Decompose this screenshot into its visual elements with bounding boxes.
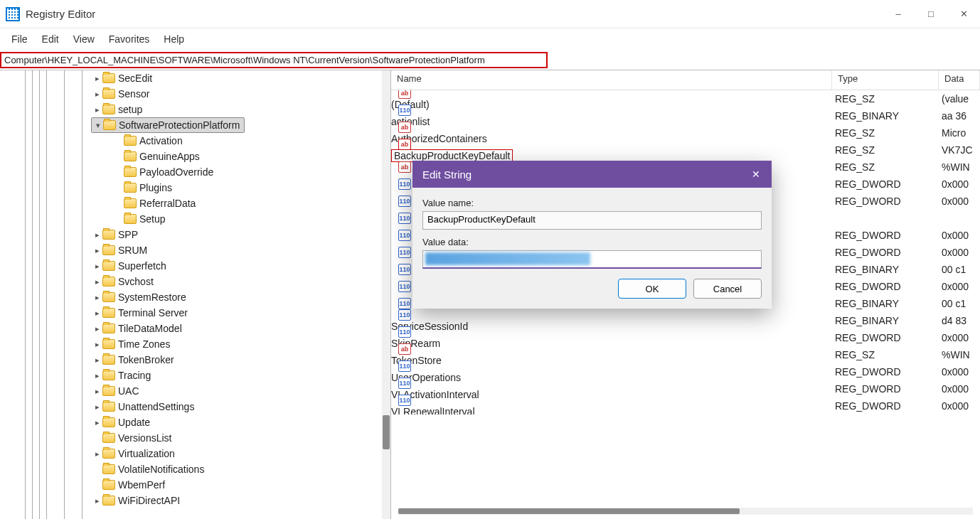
list-h-scrollbar[interactable] xyxy=(398,508,973,515)
value-data: 0x000 xyxy=(936,400,980,412)
menu-favorites[interactable]: Favorites xyxy=(103,31,156,48)
tree-label: WiFiDirectAPI xyxy=(118,495,180,506)
caret-icon[interactable]: ▸ xyxy=(92,230,102,240)
value-type: REG_SZ xyxy=(829,161,936,173)
caret-icon[interactable]: ▸ xyxy=(92,387,102,396)
tree-label: UAC xyxy=(118,385,139,397)
tree-label: WbemPerf xyxy=(118,479,165,491)
folder-icon xyxy=(124,183,137,193)
caret-icon[interactable]: ▾ xyxy=(93,121,103,130)
edit-string-dialog: Edit String ✕ Value name: BackupProductK… xyxy=(412,161,772,309)
caret-icon[interactable]: ▸ xyxy=(92,449,102,459)
folder-icon xyxy=(124,167,137,177)
tree-item[interactable]: ▾SoftwareProtectionPlatform xyxy=(91,117,245,133)
menu-bar: File Edit View Favorites Help xyxy=(0,28,980,50)
column-type[interactable]: Type xyxy=(832,70,939,90)
tree-label: Tracing xyxy=(118,370,151,381)
column-name[interactable]: Name xyxy=(391,70,832,90)
caret-icon[interactable]: ▸ xyxy=(92,496,102,505)
caret-icon[interactable]: ▸ xyxy=(92,262,102,271)
value-type: REG_SZ xyxy=(829,127,936,139)
caret-icon[interactable]: ▸ xyxy=(92,293,102,302)
tree-pane: ▸SecEdit▸Sensor▸setup▾SoftwareProtection… xyxy=(0,70,391,519)
cancel-button[interactable]: Cancel xyxy=(693,279,762,299)
caret-icon[interactable]: ▸ xyxy=(92,246,102,255)
dialog-title-bar[interactable]: Edit String ✕ xyxy=(412,161,772,188)
value-type: REG_BINARY xyxy=(829,315,936,326)
value-type: REG_BINARY xyxy=(829,264,936,275)
folder-icon xyxy=(102,386,115,396)
caret-icon[interactable]: ▸ xyxy=(92,340,102,349)
folder-icon xyxy=(102,73,115,83)
folder-icon xyxy=(102,245,115,255)
menu-view[interactable]: View xyxy=(68,31,100,48)
value-data: d4 83 xyxy=(936,315,980,326)
folder-icon xyxy=(102,496,115,505)
caret-icon[interactable]: ▸ xyxy=(92,371,102,380)
tree-label: Terminal Server xyxy=(118,307,188,319)
caret-icon[interactable]: ▸ xyxy=(92,355,102,365)
binary-value-icon: 110 xyxy=(398,395,411,406)
value-type: REG_BINARY xyxy=(829,298,936,309)
value-data: 0x000 xyxy=(936,281,980,292)
string-value-icon: ab xyxy=(398,343,411,355)
binary-value-icon: 110 xyxy=(398,178,411,190)
maximize-button[interactable]: □ xyxy=(915,0,947,28)
folder-icon xyxy=(102,370,115,380)
value-name-field[interactable]: BackupProductKeyDefault xyxy=(422,211,762,230)
value-type: REG_DWORD xyxy=(829,332,936,343)
caret-icon[interactable]: ▸ xyxy=(92,105,102,114)
caret-icon[interactable]: ▸ xyxy=(92,324,102,333)
caret-icon[interactable]: ▸ xyxy=(92,90,102,99)
folder-icon xyxy=(124,136,137,146)
string-value-icon: ab xyxy=(398,122,411,133)
value-data: %WIN xyxy=(936,161,980,173)
value-type: REG_SZ xyxy=(829,93,936,105)
value-name: 110VLRenewalInterval xyxy=(391,395,829,414)
tree-label: VersionsList xyxy=(118,432,171,444)
ok-button[interactable]: OK xyxy=(618,279,686,299)
tree-scrollbar[interactable] xyxy=(382,70,390,519)
folder-icon xyxy=(102,261,115,271)
caret-icon[interactable]: ▸ xyxy=(92,418,102,427)
caret-icon[interactable]: ▸ xyxy=(92,74,102,83)
menu-edit[interactable]: Edit xyxy=(36,31,65,48)
value-type: REG_DWORD xyxy=(829,196,936,207)
tree-label: Activation xyxy=(139,135,183,146)
value-name-label: Value name: xyxy=(422,198,762,208)
menu-file[interactable]: File xyxy=(6,31,33,48)
folder-icon xyxy=(102,89,115,99)
value-type: REG_DWORD xyxy=(829,247,936,258)
binary-value-icon: 110 xyxy=(398,326,411,338)
menu-help[interactable]: Help xyxy=(158,31,190,48)
value-row[interactable]: 110VLRenewalIntervalREG_DWORD0x000 xyxy=(391,397,980,414)
value-data: 0x000 xyxy=(936,178,980,190)
folder-icon xyxy=(102,308,115,318)
tree-label: PayloadOverride xyxy=(139,166,213,178)
caret-icon[interactable]: ▸ xyxy=(92,402,102,412)
tree-label: ReferralData xyxy=(139,198,196,209)
redacted-selection xyxy=(425,252,590,265)
value-row[interactable]: abBackupProductKeyDefaultREG_SZVK7JC xyxy=(391,141,980,159)
caret-icon[interactable]: ▸ xyxy=(92,309,102,318)
value-data: Micro xyxy=(936,127,980,139)
value-type: REG_DWORD xyxy=(829,400,936,412)
value-data: 0x000 xyxy=(936,230,980,241)
minimize-button[interactable]: – xyxy=(882,0,915,28)
value-type: REG_SZ xyxy=(829,144,936,156)
binary-value-icon: 110 xyxy=(398,230,411,241)
value-data: %WIN xyxy=(936,349,980,360)
column-data[interactable]: Data xyxy=(939,70,980,90)
app-icon xyxy=(6,7,20,21)
tree-label: Update xyxy=(118,417,150,428)
caret-icon[interactable]: ▸ xyxy=(92,277,102,287)
dialog-title: Edit String xyxy=(422,168,472,181)
address-bar[interactable]: Computer\HKEY_LOCAL_MACHINE\SOFTWARE\Mic… xyxy=(0,52,548,68)
close-button[interactable]: ✕ xyxy=(947,0,980,28)
binary-value-icon: 110 xyxy=(398,264,411,275)
tree-label: TokenBroker xyxy=(118,354,174,365)
value-type: REG_DWORD xyxy=(829,383,936,395)
binary-value-icon: 110 xyxy=(398,247,411,258)
dialog-close-icon[interactable]: ✕ xyxy=(740,168,772,180)
folder-icon xyxy=(124,151,137,161)
